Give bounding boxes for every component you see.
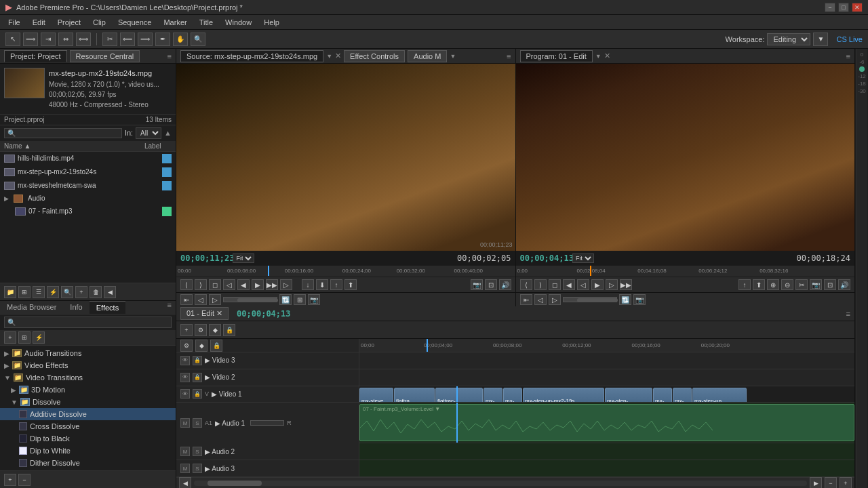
- tab-effects[interactable]: Effects: [90, 301, 125, 314]
- source-tab[interactable]: Source: mx-step-up-mx2-19sto24s.mpg: [180, 50, 323, 62]
- program-zoom-in[interactable]: ⊕: [767, 279, 779, 290]
- workspace-dropdown[interactable]: ▼: [813, 33, 828, 46]
- audio-record-btn[interactable]: R: [287, 420, 292, 426]
- track-visibility-btn[interactable]: 👁: [180, 373, 190, 382]
- audio-mute-btn[interactable]: M: [180, 464, 190, 473]
- source-output[interactable]: 🔊: [499, 279, 511, 290]
- dip-to-white-item[interactable]: Dip to White: [0, 445, 176, 457]
- program-safe-margins[interactable]: ⊡: [824, 279, 836, 290]
- source-in-point[interactable]: ⟨: [180, 279, 193, 290]
- effects-accelerate-btn[interactable]: ⚡: [33, 331, 45, 344]
- track-lock-btn[interactable]: 🔒: [193, 373, 202, 382]
- program-mark-clip[interactable]: ◻: [549, 279, 561, 290]
- source-export-frame[interactable]: 📷: [471, 279, 483, 290]
- program-step-fwd[interactable]: ▷: [606, 279, 618, 290]
- pen-tool[interactable]: ✒: [155, 33, 170, 46]
- source-safe-margins[interactable]: ⊡: [485, 279, 497, 290]
- program-dropdown[interactable]: ▼: [595, 53, 601, 60]
- source-fit-btn[interactable]: Fit: [238, 253, 249, 264]
- source-extract[interactable]: ⬆: [344, 279, 357, 290]
- project-tab[interactable]: Project: Project: [4, 50, 67, 62]
- resource-central-tab[interactable]: Resource Central: [70, 50, 140, 62]
- program-trim[interactable]: ✂: [795, 279, 808, 290]
- 3d-motion-subcategory[interactable]: ▶ 📁 3D Motion: [0, 384, 176, 396]
- audio-solo-btn[interactable]: S: [193, 464, 202, 473]
- audio-solo-btn[interactable]: S: [193, 418, 202, 428]
- clip-block[interactable]: flattrac-: [435, 388, 483, 403]
- program-close-btn[interactable]: ✕: [604, 52, 610, 60]
- source-play[interactable]: ▶: [252, 279, 264, 290]
- source-safe[interactable]: ⊞: [294, 294, 306, 305]
- dissolve-subcategory[interactable]: ▼ 📁 Dissolve Additive Dissolve Cross Dis…: [0, 396, 176, 469]
- video1-track-content[interactable]: mx-steve flattra flattrac- mx- mx- mx-st…: [359, 386, 854, 403]
- program-panel-menu[interactable]: ≡: [846, 52, 850, 60]
- menu-marker[interactable]: Marker: [158, 17, 192, 28]
- menu-sequence[interactable]: Sequence: [113, 17, 157, 28]
- project-panel-close[interactable]: ≡: [167, 52, 172, 60]
- list-item[interactable]: mx-step-up-mx2-19sto24s: [0, 165, 176, 179]
- timeline-timecode[interactable]: 00;00;04;13: [237, 309, 290, 319]
- new-custom-bin-button[interactable]: +: [4, 331, 16, 344]
- cross-dissolve-item[interactable]: Cross Dissolve: [0, 420, 176, 432]
- program-next-frame[interactable]: ▷: [549, 294, 561, 305]
- ruler-settings-btn[interactable]: ⚙: [180, 340, 193, 352]
- maximize-button[interactable]: □: [838, 3, 849, 12]
- delete-button[interactable]: 🗑: [90, 286, 102, 298]
- menu-edit[interactable]: Edit: [27, 17, 51, 28]
- timeline-add-track[interactable]: +: [180, 324, 193, 336]
- select-tool[interactable]: ↖: [5, 33, 20, 46]
- program-zoom-out[interactable]: ⊖: [781, 279, 793, 290]
- list-item[interactable]: mx-steveshelmetcam-swa: [0, 179, 176, 192]
- program-fit-select[interactable]: Fit: [572, 253, 594, 263]
- ripple-edit-tool[interactable]: ⇥: [41, 33, 56, 46]
- audio-mixer-dropdown[interactable]: ▼: [450, 53, 456, 60]
- menu-window[interactable]: Window: [220, 17, 257, 28]
- add-marker-btn[interactable]: ◆: [195, 340, 208, 352]
- clip-block[interactable]: flattra: [394, 388, 435, 403]
- track-visibility-btn[interactable]: 👁: [180, 389, 190, 399]
- razor-tool[interactable]: ✂: [102, 33, 117, 46]
- program-output[interactable]: 🔊: [838, 279, 850, 290]
- timeline-snap[interactable]: 🔒: [223, 324, 235, 336]
- audio-transitions-category[interactable]: ▶ 📁 Audio Transitions: [0, 347, 176, 359]
- clip-block[interactable]: mx-step-: [605, 388, 652, 403]
- source-step-fwd[interactable]: ▶▶: [266, 279, 278, 290]
- find-button[interactable]: 🔍: [61, 286, 73, 298]
- source-prev-edit[interactable]: ⇤: [180, 294, 193, 305]
- source-overwrite[interactable]: ⬇: [316, 279, 328, 290]
- clip-block[interactable]: mx-step-up: [692, 388, 747, 403]
- track-select-tool[interactable]: ⟹: [23, 33, 38, 46]
- audio-clip[interactable]: 07 - Faint.mp3_Volume:Level ▼: [359, 404, 854, 441]
- timeline-panel-menu[interactable]: ≡: [846, 310, 850, 318]
- cs-live-button[interactable]: CS Live: [836, 35, 863, 43]
- audio1-track-content[interactable]: 07 - Faint.mp3_Volume:Level ▼: [359, 403, 854, 443]
- workspace-select[interactable]: Editing: [767, 33, 810, 45]
- video-effects-category[interactable]: ▶ 📁 Video Effects: [0, 359, 176, 371]
- menu-help[interactable]: Help: [258, 17, 285, 28]
- list-item[interactable]: hills-hillclimbs.mp4: [0, 152, 176, 165]
- source-mark-out[interactable]: ▷: [280, 279, 292, 290]
- program-prev-edit[interactable]: ⇤: [520, 294, 532, 305]
- effects-view-btn[interactable]: ⊞: [18, 331, 31, 344]
- additive-dissolve-item[interactable]: Additive Dissolve: [0, 408, 176, 420]
- audio-mute-btn[interactable]: M: [180, 447, 190, 456]
- program-export-frame[interactable]: 📷: [810, 279, 822, 290]
- rolling-edit-tool[interactable]: ⇔: [58, 33, 73, 46]
- source-mark-in[interactable]: ◁: [223, 279, 235, 290]
- effect-controls-tab[interactable]: Effect Controls: [344, 50, 405, 62]
- audio-solo-btn[interactable]: S: [193, 447, 202, 456]
- timeline-tab[interactable]: 01 - Edit ✕: [180, 307, 229, 320]
- program-step-fwd2[interactable]: ▶▶: [620, 279, 632, 290]
- audio-mixer-tab[interactable]: Audio M: [408, 50, 447, 62]
- audio-level-slider[interactable]: [250, 420, 284, 426]
- program-timecode-left[interactable]: 00;00;04;13: [520, 253, 574, 263]
- program-jog-bar[interactable]: [563, 297, 617, 302]
- program-step-back2[interactable]: ◁: [577, 279, 589, 290]
- menu-file[interactable]: File: [3, 17, 26, 28]
- source-camera[interactable]: 📷: [308, 294, 320, 305]
- scroll-right-btn[interactable]: ▶: [810, 477, 822, 489]
- project-search-input[interactable]: [4, 128, 122, 138]
- menu-title[interactable]: Title: [194, 17, 218, 28]
- source-next-frame[interactable]: ▷: [209, 294, 221, 305]
- program-extract[interactable]: ⬆: [753, 279, 765, 290]
